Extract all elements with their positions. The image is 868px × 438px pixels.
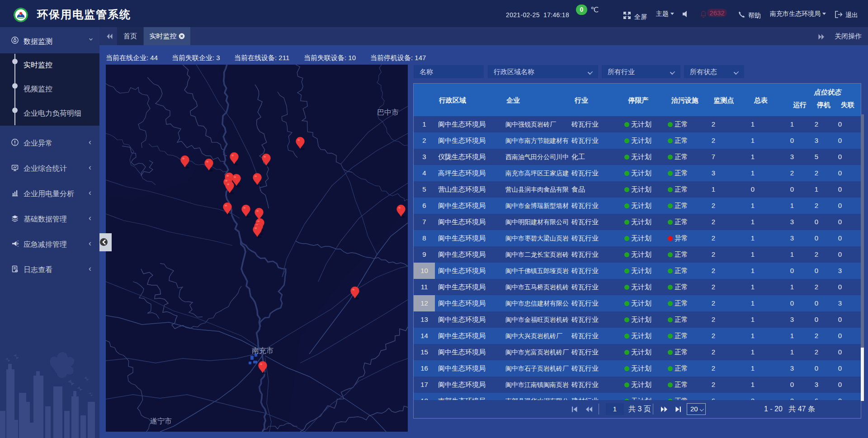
- svg-text:巴中市: 巴中市: [377, 108, 399, 116]
- svg-text:遂宁市: 遂宁市: [150, 417, 172, 425]
- svg-text:南充市: 南充市: [252, 347, 274, 354]
